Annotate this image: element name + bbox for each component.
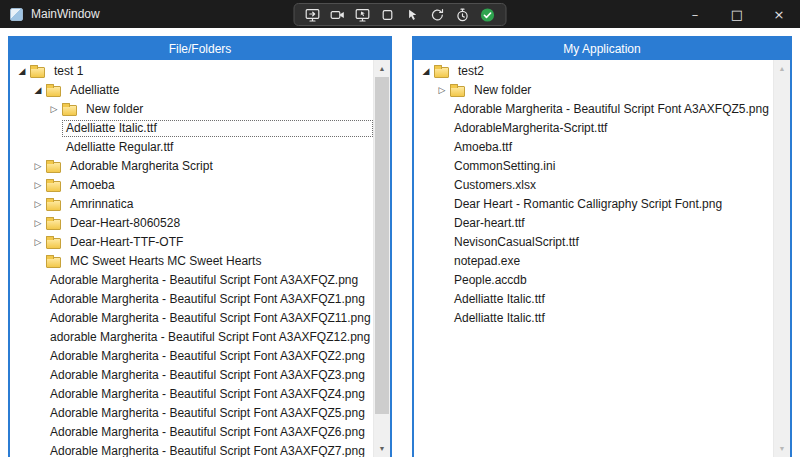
window-title: MainWindow xyxy=(31,7,100,21)
tree-item[interactable]: Amoeba.ttf xyxy=(414,138,773,157)
scrollbar-thumb[interactable] xyxy=(375,77,389,414)
expander-expanded-icon[interactable]: ◢ xyxy=(14,62,30,81)
folder-icon xyxy=(450,86,465,97)
tree-item[interactable]: ▷Dear-Heart-TTF-OTF xyxy=(10,233,373,252)
tree-item-label: New folder xyxy=(470,82,535,99)
tree-item-label: Adorable Margherita - Beautiful Script F… xyxy=(46,272,362,289)
tree-item[interactable]: Adorable Margherita - Beautiful Script F… xyxy=(10,385,373,404)
maximize-button[interactable]: □ xyxy=(716,0,758,28)
screen-share-icon[interactable] xyxy=(302,5,324,24)
tree-item[interactable]: ▷Dear-Heart-8060528 xyxy=(10,214,373,233)
tree-item[interactable]: ▷Amoeba xyxy=(10,176,373,195)
tree-item[interactable]: Adorable Margherita - Beautiful Script F… xyxy=(10,423,373,442)
tree-item-label: Adelliatte Italic.ttf xyxy=(62,120,373,137)
tree-item[interactable]: Adorable Margherita - Beautiful Script F… xyxy=(10,271,373,290)
tree-item[interactable]: CommonSetting.ini xyxy=(414,157,773,176)
expander-collapsed-icon[interactable]: ▷ xyxy=(434,81,450,100)
tree-item-label: test 1 xyxy=(50,63,87,80)
tree-item-label: Adorable Margherita - Beautiful Script F… xyxy=(46,367,369,384)
expander-expanded-icon[interactable]: ◢ xyxy=(418,62,434,81)
folder-icon xyxy=(46,219,61,230)
tree-item[interactable]: MC Sweet Hearts MC Sweet Hearts xyxy=(10,252,373,271)
tree-item[interactable]: ◢test2 xyxy=(414,62,773,81)
tree-item[interactable]: ▷Amrinnatica xyxy=(10,195,373,214)
scroll-up-icon[interactable]: ▲ xyxy=(374,61,390,76)
tree-item[interactable]: Adorable Margherita - Beautiful Script F… xyxy=(10,309,373,328)
tree-item[interactable]: Customers.xlsx xyxy=(414,176,773,195)
tree-item-label: Dear-Heart-8060528 xyxy=(66,215,184,232)
screen-pointer-icon[interactable] xyxy=(352,5,374,24)
app-icon xyxy=(10,8,23,21)
cursor-select-icon[interactable] xyxy=(402,5,424,24)
tree-item-label: Adorable Margherita Script xyxy=(66,158,217,175)
tree-item[interactable]: Adelliatte Regular.ttf xyxy=(10,138,373,157)
folder-icon xyxy=(62,105,77,116)
tree-item-label: Dear-Heart-TTF-OTF xyxy=(66,234,187,251)
tree-item[interactable]: Adorable Margherita - Beautiful Script F… xyxy=(10,290,373,309)
tree-item[interactable]: Adorable Margherita - Beautiful Script F… xyxy=(10,347,373,366)
tree-item-label: Adelliatte Regular.ttf xyxy=(62,139,177,156)
tree-item-label: test2 xyxy=(454,63,488,80)
tree-item[interactable]: ▷New folder xyxy=(10,100,373,119)
tree-item[interactable]: adorable Margherita - Beautiful Script F… xyxy=(10,328,373,347)
vertical-scrollbar[interactable]: ▲ ▼ xyxy=(773,60,790,457)
tree-item[interactable]: ▷Adorable Margherita Script xyxy=(10,157,373,176)
tree-item-label: Adorable Margherita - Beautiful Script F… xyxy=(46,348,369,365)
tree-item[interactable]: ◢Adelliatte xyxy=(10,81,373,100)
folder-icon xyxy=(46,238,61,249)
expander-collapsed-icon[interactable]: ▷ xyxy=(30,214,46,233)
tree-item-selected[interactable]: Adelliatte Italic.ttf xyxy=(10,119,373,138)
scroll-up-icon[interactable]: ▲ xyxy=(774,61,790,76)
expander-collapsed-icon[interactable]: ▷ xyxy=(30,233,46,252)
expander-collapsed-icon[interactable]: ▷ xyxy=(30,157,46,176)
tree-item[interactable]: notepad.exe xyxy=(414,252,773,271)
minimize-button[interactable]: – xyxy=(674,0,716,28)
tree-item[interactable]: Adorable Margherita - Beautiful Script F… xyxy=(10,442,373,457)
expander-collapsed-icon[interactable]: ▷ xyxy=(46,100,62,119)
tree-item-label: Adorable Margherita - Beautiful Script F… xyxy=(46,386,369,403)
scroll-down-icon[interactable]: ▼ xyxy=(374,441,390,456)
tree-item-label: notepad.exe xyxy=(450,253,524,270)
tree-item-label: Adorable Margherita - Beautiful Script F… xyxy=(46,443,369,457)
tree-item-label: Amoeba xyxy=(66,177,119,194)
tree-item[interactable]: People.accdb xyxy=(414,271,773,290)
stop-icon[interactable] xyxy=(377,5,399,24)
success-icon[interactable] xyxy=(477,5,499,24)
video-camera-icon[interactable] xyxy=(327,5,349,24)
tree-item[interactable]: Dear-heart.ttf xyxy=(414,214,773,233)
tree-item[interactable]: Adorable Margherita - Beautiful Script F… xyxy=(414,100,773,119)
close-button[interactable]: × xyxy=(758,0,800,28)
tree-item[interactable]: NevisonCasualScript.ttf xyxy=(414,233,773,252)
folder-icon xyxy=(46,162,61,173)
tree-item[interactable]: Adorable Margherita - Beautiful Script F… xyxy=(10,404,373,423)
tree-item-label: Customers.xlsx xyxy=(450,177,540,194)
my-application-panel: My Application ◢test2▷New folderAdorable… xyxy=(412,36,792,457)
capture-toolbar xyxy=(294,3,507,26)
file-folders-panel-body: ◢test 1◢Adelliatte▷New folderAdelliatte … xyxy=(10,60,390,457)
tree-item[interactable]: Adelliatte Italic.ttf xyxy=(414,309,773,328)
tree-item-label: Dear-heart.ttf xyxy=(450,215,529,232)
scroll-down-icon[interactable]: ▼ xyxy=(774,441,790,456)
tree-item-label: Amoeba.ttf xyxy=(450,139,516,156)
timer-icon[interactable] xyxy=(452,5,474,24)
tree-item-label: Adorable Margherita - Beautiful Script F… xyxy=(46,424,369,441)
tree-item-label: CommonSetting.ini xyxy=(450,158,559,175)
tree-item-label: Adelliatte Italic.ttf xyxy=(450,310,549,327)
tree-item[interactable]: Dear Heart - Romantic Calligraphy Script… xyxy=(414,195,773,214)
main-content: File/Folders ◢test 1◢Adelliatte▷New fold… xyxy=(0,28,800,457)
tree-item[interactable]: ▷New folder xyxy=(414,81,773,100)
refresh-icon[interactable] xyxy=(427,5,449,24)
window-controls: – □ × xyxy=(674,0,800,28)
tree-item-label: Adorable Margherita - Beautiful Script F… xyxy=(46,291,369,308)
vertical-scrollbar[interactable]: ▲ ▼ xyxy=(373,60,390,457)
tree-item[interactable]: Adorable Margherita - Beautiful Script F… xyxy=(10,366,373,385)
my-application-panel-header: My Application xyxy=(414,38,790,60)
my-application-tree: ◢test2▷New folderAdorable Margherita - B… xyxy=(414,62,773,457)
expander-collapsed-icon[interactable]: ▷ xyxy=(30,176,46,195)
expander-expanded-icon[interactable]: ◢ xyxy=(30,81,46,100)
expander-collapsed-icon[interactable]: ▷ xyxy=(30,195,46,214)
tree-item[interactable]: ◢test 1 xyxy=(10,62,373,81)
tree-item[interactable]: Adelliatte Italic.ttf xyxy=(414,290,773,309)
tree-item-label: adorable Margherita - Beautiful Script F… xyxy=(46,329,373,346)
tree-item[interactable]: AdorableMargherita-Script.ttf xyxy=(414,119,773,138)
